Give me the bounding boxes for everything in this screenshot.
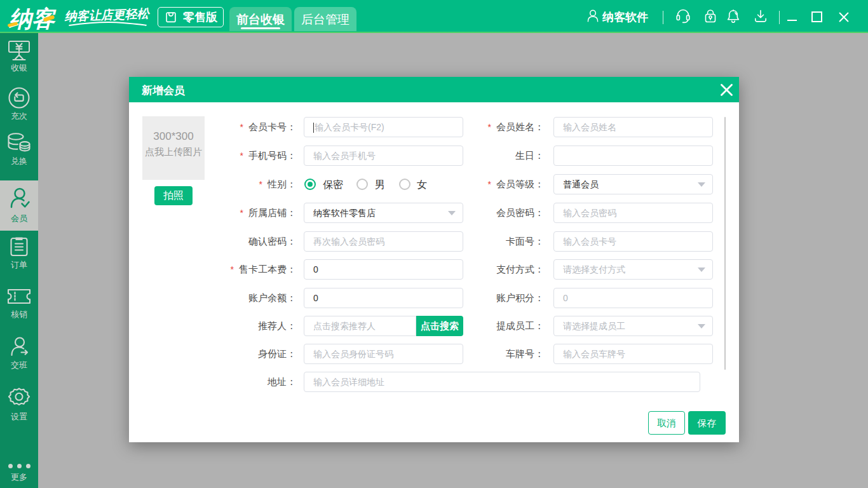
svg-text:纳客让店更轻松: 纳客让店更轻松 <box>64 7 151 24</box>
